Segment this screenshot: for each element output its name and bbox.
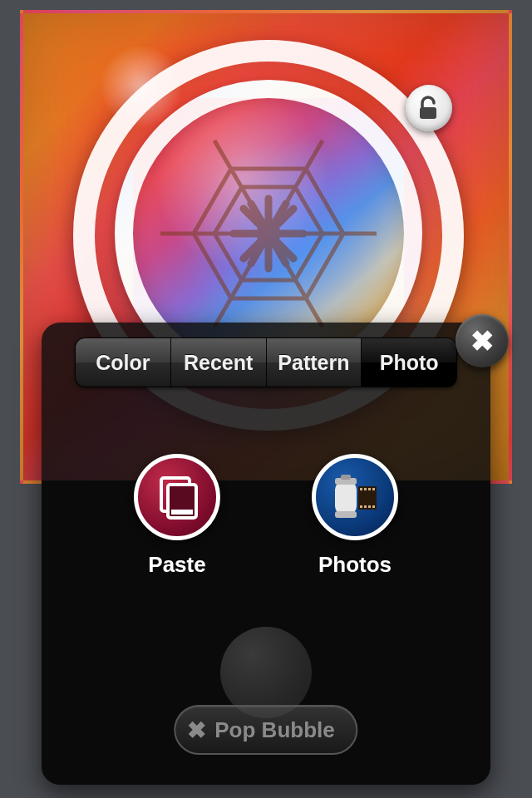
svg-rect-25 <box>335 481 357 515</box>
close-icon: ✖ <box>470 327 494 355</box>
pop-bubble-label: Pop Bubble <box>214 717 334 743</box>
tab-label: Photo <box>380 351 439 375</box>
tab-recent[interactable]: Recent <box>171 338 267 387</box>
svg-rect-35 <box>364 505 367 508</box>
tab-pattern[interactable]: Pattern <box>267 338 362 387</box>
paste-icon-circle <box>134 454 220 540</box>
photo-source-options: Paste Photos <box>42 454 490 578</box>
photos-icon-circle <box>312 454 398 540</box>
svg-rect-33 <box>372 488 375 490</box>
photos-label: Photos <box>318 552 392 578</box>
paste-icon <box>153 473 201 521</box>
svg-rect-21 <box>420 107 436 119</box>
tab-label: Recent <box>184 351 253 375</box>
tab-photo[interactable]: Photo <box>362 338 456 387</box>
lock-toggle[interactable] <box>406 85 452 131</box>
tab-label: Color <box>96 351 150 375</box>
tab-label: Pattern <box>278 351 349 375</box>
unlock-icon <box>417 96 441 121</box>
close-icon: ✖ <box>187 717 206 744</box>
fill-mode-segmented: Color Recent Pattern Photo <box>75 337 457 387</box>
paste-option[interactable]: Paste <box>134 454 220 578</box>
svg-rect-24 <box>171 510 193 515</box>
svg-rect-34 <box>360 505 362 508</box>
svg-rect-32 <box>368 488 371 490</box>
paste-label: Paste <box>148 552 205 578</box>
svg-rect-27 <box>335 511 357 518</box>
svg-rect-37 <box>372 505 375 508</box>
snowflake-artwork <box>144 109 393 358</box>
photos-option[interactable]: Photos <box>312 454 398 578</box>
svg-rect-28 <box>341 475 351 480</box>
fill-panel: Color Recent Pattern Photo ✖ Paste <box>42 323 490 785</box>
close-panel-button[interactable]: ✖ <box>456 314 509 367</box>
film-roll-icon <box>328 473 382 521</box>
svg-rect-31 <box>364 488 367 490</box>
svg-rect-30 <box>360 488 362 490</box>
svg-rect-36 <box>368 505 371 508</box>
pop-bubble-button[interactable]: ✖ Pop Bubble <box>174 705 357 755</box>
tab-color[interactable]: Color <box>76 338 171 387</box>
